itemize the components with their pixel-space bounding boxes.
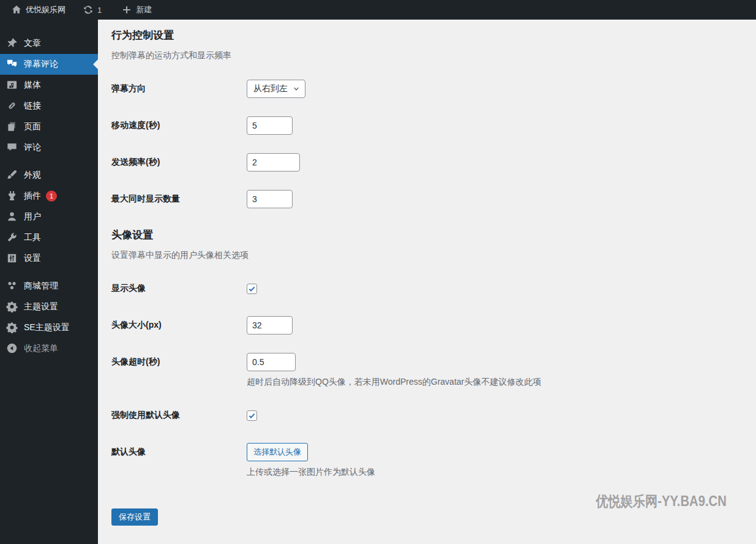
settings-icon bbox=[6, 252, 18, 265]
user-icon bbox=[6, 211, 18, 223]
choose-default-avatar-button[interactable]: 选择默认头像 bbox=[247, 443, 308, 461]
show-avatar-row: 显示头像 bbox=[111, 279, 756, 298]
plugin-icon bbox=[6, 190, 18, 202]
default-avatar-note: 上传或选择一张图片作为默认头像 bbox=[247, 467, 756, 478]
default-avatar-label: 默认头像 bbox=[111, 447, 247, 458]
sidebar-item-label: 媒体 bbox=[24, 80, 41, 91]
sidebar-item-users[interactable]: 用户 bbox=[0, 206, 98, 227]
sidebar-item-label: 收起菜单 bbox=[24, 343, 58, 354]
collapse-icon bbox=[6, 342, 18, 355]
store-icon bbox=[6, 280, 18, 292]
sidebar-item-label: 评论 bbox=[24, 142, 41, 153]
watermark: 优悦娱乐网-YY.BA9.CN bbox=[596, 492, 727, 511]
update-icon bbox=[83, 4, 94, 15]
sidebar-item-label: 商城管理 bbox=[24, 281, 58, 292]
save-settings-button[interactable]: 保存设置 bbox=[111, 508, 158, 526]
speed-row: 移动速度(秒) bbox=[111, 116, 756, 135]
sidebar-item-label: 链接 bbox=[24, 100, 41, 111]
avatar-timeout-label: 头像超时(秒) bbox=[111, 357, 247, 368]
admin-bar-new[interactable]: 新建 bbox=[116, 0, 157, 20]
avatar-section-title: 头像设置 bbox=[111, 228, 756, 243]
speed-input[interactable] bbox=[247, 116, 293, 135]
frequency-row: 发送频率(秒) bbox=[111, 153, 756, 172]
sidebar-item-shop-management[interactable]: 商城管理 bbox=[0, 276, 98, 297]
sidebar-item-label: 主题设置 bbox=[24, 301, 58, 312]
avatar-size-input[interactable] bbox=[247, 316, 293, 334]
sidebar-item-danmaku-comments[interactable]: 弹幕评论 bbox=[0, 54, 98, 75]
behavior-section-description: 控制弹幕的运动方式和显示频率 bbox=[111, 50, 756, 61]
max-count-label: 最大同时显示数量 bbox=[111, 194, 247, 205]
gear-icon bbox=[6, 322, 18, 334]
gear-icon bbox=[6, 301, 18, 313]
force-default-avatar-label: 强制使用默认头像 bbox=[111, 410, 247, 421]
avatar-timeout-input[interactable] bbox=[247, 353, 296, 371]
admin-bar: 优悦娱乐网 1 新建 bbox=[0, 0, 756, 20]
brush-icon bbox=[6, 169, 18, 181]
wrench-icon bbox=[6, 232, 18, 244]
behavior-section-title: 行为控制设置 bbox=[111, 28, 756, 43]
sidebar-item-label: 设置 bbox=[24, 253, 41, 264]
sidebar-item-label: 用户 bbox=[24, 211, 41, 222]
sidebar-item-se-theme-settings[interactable]: SE主题设置 bbox=[0, 317, 98, 338]
home-icon bbox=[11, 4, 22, 15]
pin-icon bbox=[6, 37, 18, 50]
plugins-update-badge: 1 bbox=[46, 191, 57, 202]
sidebar-item-appearance[interactable]: 外观 bbox=[0, 165, 98, 186]
avatar-size-row: 头像大小(px) bbox=[111, 316, 756, 334]
pages-icon bbox=[6, 121, 18, 133]
chevron-down-icon bbox=[293, 85, 300, 93]
max-count-row: 最大同时显示数量 bbox=[111, 190, 756, 208]
media-icon bbox=[6, 79, 18, 91]
sidebar-item-links[interactable]: 链接 bbox=[0, 96, 98, 116]
sidebar-item-theme-settings[interactable]: 主题设置 bbox=[0, 297, 98, 317]
check-icon bbox=[248, 412, 256, 420]
speed-label: 移动速度(秒) bbox=[111, 120, 247, 131]
avatar-section-description: 设置弹幕中显示的用户头像相关选项 bbox=[111, 250, 756, 261]
sidebar-item-label: SE主题设置 bbox=[24, 322, 70, 333]
check-icon bbox=[248, 285, 256, 293]
sidebar-item-pages[interactable]: 页面 bbox=[0, 116, 98, 137]
admin-bar-site[interactable]: 优悦娱乐网 bbox=[6, 0, 70, 20]
sidebar-item-plugins[interactable]: 插件 1 bbox=[0, 186, 98, 206]
sidebar-item-comments[interactable]: 评论 bbox=[0, 137, 98, 158]
sidebar-item-label: 页面 bbox=[24, 121, 41, 132]
max-count-input[interactable] bbox=[247, 190, 293, 208]
direction-label: 弹幕方向 bbox=[111, 83, 247, 94]
plus-icon bbox=[121, 4, 132, 15]
show-avatar-checkbox[interactable] bbox=[247, 284, 257, 294]
sidebar-item-posts[interactable]: 文章 bbox=[0, 33, 98, 54]
comment-icon bbox=[6, 142, 18, 154]
save-row: 保存设置 bbox=[111, 508, 756, 526]
avatar-timeout-note: 超时后自动降级到QQ头像，若未用WordPress的Gravatar头像不建议修… bbox=[247, 377, 756, 388]
site-name: 优悦娱乐网 bbox=[26, 4, 65, 15]
direction-select[interactable]: 从右到左 bbox=[247, 80, 305, 98]
force-default-avatar-checkbox[interactable] bbox=[247, 410, 257, 421]
sidebar-item-label: 外观 bbox=[24, 170, 41, 181]
direction-row: 弹幕方向 从右到左 bbox=[111, 80, 756, 98]
force-default-avatar-row: 强制使用默认头像 bbox=[111, 406, 756, 425]
frequency-label: 发送频率(秒) bbox=[111, 157, 247, 168]
avatar-size-label: 头像大小(px) bbox=[111, 320, 247, 331]
new-label: 新建 bbox=[136, 4, 152, 15]
comments-icon bbox=[6, 58, 18, 70]
link-icon bbox=[6, 100, 18, 112]
sidebar-item-label: 工具 bbox=[24, 232, 41, 243]
frequency-input[interactable] bbox=[247, 153, 300, 172]
direction-select-value: 从右到左 bbox=[253, 83, 288, 94]
sidebar-item-settings[interactable]: 设置 bbox=[0, 248, 98, 269]
update-count: 1 bbox=[97, 6, 102, 15]
sidebar-item-tools[interactable]: 工具 bbox=[0, 227, 98, 248]
admin-bar-updates[interactable]: 1 bbox=[78, 0, 107, 20]
sidebar-item-label: 文章 bbox=[24, 38, 41, 49]
sidebar: 文章 弹幕评论 媒体 链接 bbox=[0, 20, 98, 544]
sidebar-item-collapse-menu[interactable]: 收起菜单 bbox=[0, 338, 98, 359]
sidebar-item-media[interactable]: 媒体 bbox=[0, 75, 98, 96]
settings-page: 行为控制设置 控制弹幕的运动方式和显示频率 弹幕方向 从右到左 移动速度(秒) … bbox=[98, 20, 756, 544]
show-avatar-label: 显示头像 bbox=[111, 283, 247, 294]
default-avatar-row: 默认头像 选择默认头像 bbox=[111, 443, 756, 461]
sidebar-item-label: 弹幕评论 bbox=[24, 59, 58, 70]
avatar-timeout-row: 头像超时(秒) bbox=[111, 353, 756, 371]
sidebar-item-label: 插件 bbox=[24, 191, 41, 202]
